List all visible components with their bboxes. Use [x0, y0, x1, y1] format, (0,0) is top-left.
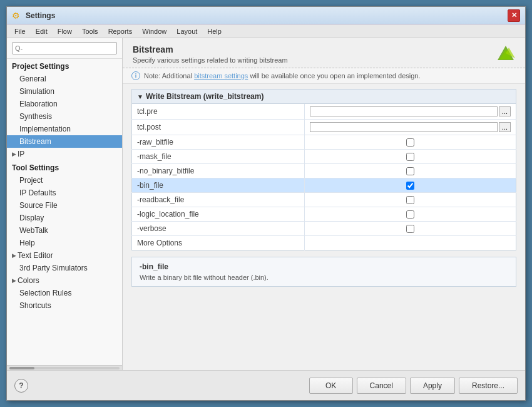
- description-box: -bin_file Write a binary bit file withou…: [131, 257, 516, 287]
- restore-button[interactable]: Restore...: [459, 378, 518, 394]
- help-button[interactable]: ?: [14, 379, 28, 393]
- row-value: [305, 193, 516, 207]
- text-editor-expand-arrow: ▶: [12, 252, 16, 259]
- settings-content: ▼ Write Bitstream (write_bitstream) tcl.…: [123, 84, 525, 370]
- settings-window: ⚙ Settings ✕ File Edit Flow Tools Report…: [6, 6, 526, 401]
- sidebar-item-display[interactable]: Display: [7, 212, 122, 224]
- search-box: [7, 38, 122, 59]
- note-text: Note: Additional bitstream settings will…: [144, 72, 421, 80]
- sidebar-item-3rd-party[interactable]: 3rd Party Simulators: [7, 262, 122, 274]
- table-row: -raw_bitfile: [132, 135, 516, 150]
- tcl-post-browse[interactable]: ...: [499, 122, 511, 132]
- panel-subtitle: Specify various settings related to writ…: [133, 56, 288, 64]
- tcl-pre-input[interactable]: [310, 106, 498, 116]
- sidebar-scroll: Project Settings General Simulation Elab…: [7, 59, 122, 365]
- row-label: tcl.pre: [132, 104, 305, 120]
- row-label: tcl.post: [132, 120, 305, 135]
- row-value: [305, 150, 516, 164]
- title-bar-icon: ⚙: [12, 11, 22, 21]
- sidebar-item-general[interactable]: General: [7, 73, 122, 85]
- readback-file-checkbox[interactable]: [406, 196, 414, 204]
- row-label: -verbose: [132, 222, 305, 236]
- sidebar-item-colors[interactable]: ▶ Colors: [7, 274, 122, 287]
- row-label: More Options: [132, 236, 305, 250]
- bitstream-link[interactable]: bitstream settings: [194, 72, 248, 80]
- sidebar-item-webtalk[interactable]: WebTalk: [7, 224, 122, 237]
- menu-tools[interactable]: Tools: [77, 26, 103, 36]
- menu-flow[interactable]: Flow: [53, 26, 77, 36]
- tcl-pre-browse[interactable]: ...: [499, 106, 511, 116]
- note-bar: i Note: Additional bitstream settings wi…: [123, 68, 525, 84]
- close-button[interactable]: ✕: [508, 9, 520, 22]
- row-value: [305, 207, 516, 222]
- right-panel: Bitstream Specify various settings relat…: [123, 38, 525, 370]
- ip-expand-arrow: ▶: [12, 151, 16, 157]
- row-label: -readback_file: [132, 193, 305, 207]
- apply-button[interactable]: Apply: [410, 378, 455, 394]
- table-row: tcl.post ...: [132, 120, 516, 135]
- tcl-post-input[interactable]: [310, 122, 498, 132]
- menu-help[interactable]: Help: [202, 26, 227, 36]
- section-label: Write Bitstream (write_bitstream): [146, 92, 264, 101]
- table-row: -readback_file: [132, 193, 516, 207]
- sidebar-item-ip-defaults[interactable]: IP Defaults: [7, 187, 122, 199]
- sidebar-item-text-editor[interactable]: ▶ Text Editor: [7, 249, 122, 262]
- title-bar-title: Settings: [26, 11, 508, 20]
- menu-window[interactable]: Window: [137, 26, 171, 36]
- row-value: [305, 135, 516, 150]
- raw-bitfile-checkbox[interactable]: [406, 138, 414, 147]
- sidebar-item-shortcuts[interactable]: Shortcuts: [7, 299, 122, 312]
- panel-header: Bitstream Specify various settings relat…: [123, 38, 525, 68]
- menu-edit[interactable]: Edit: [31, 26, 53, 36]
- sidebar-item-elaboration[interactable]: Elaboration: [7, 98, 122, 110]
- sidebar-item-ip[interactable]: ▶ IP: [7, 148, 122, 160]
- description-title: -bin_file: [140, 262, 508, 271]
- sidebar-scrollbar[interactable]: [7, 365, 122, 370]
- sidebar-item-project[interactable]: Project: [7, 174, 122, 187]
- table-row: More Options: [132, 236, 516, 250]
- table-row: -no_binary_bitfile: [132, 164, 516, 178]
- row-label: -bin_file: [132, 178, 305, 193]
- sidebar-item-selection-rules[interactable]: Selection Rules: [7, 287, 122, 299]
- menu-bar: File Edit Flow Tools Reports Window Layo…: [7, 24, 525, 38]
- row-label: -raw_bitfile: [132, 135, 305, 150]
- table-row: -mask_file: [132, 150, 516, 164]
- row-value: ...: [305, 120, 516, 135]
- menu-reports[interactable]: Reports: [103, 26, 138, 36]
- ok-button[interactable]: OK: [309, 378, 353, 394]
- table-row-highlighted: -bin_file: [132, 178, 516, 193]
- row-value: [305, 222, 516, 236]
- section-header[interactable]: ▼ Write Bitstream (write_bitstream): [131, 89, 516, 104]
- row-value: ...: [305, 104, 516, 120]
- menu-file[interactable]: File: [9, 26, 31, 36]
- tool-settings-header: Tool Settings: [7, 160, 122, 174]
- scrollbar-track: [9, 367, 120, 369]
- verbose-checkbox[interactable]: [406, 225, 414, 233]
- sidebar-item-simulation[interactable]: Simulation: [7, 85, 122, 98]
- sidebar-item-bitstream[interactable]: Bitstream: [7, 135, 122, 148]
- bin-file-checkbox[interactable]: [406, 182, 414, 190]
- sidebar-item-synthesis[interactable]: Synthesis: [7, 110, 122, 123]
- no-binary-bitfile-checkbox[interactable]: [406, 167, 414, 175]
- logic-location-file-checkbox[interactable]: [406, 210, 414, 219]
- collapse-icon: ▼: [137, 93, 143, 100]
- title-bar: ⚙ Settings ✕: [7, 7, 525, 24]
- mask-file-checkbox[interactable]: [406, 153, 414, 161]
- sidebar-item-implementation[interactable]: Implementation: [7, 123, 122, 135]
- row-value: [305, 164, 516, 178]
- row-label: -logic_location_file: [132, 207, 305, 222]
- project-settings-header: Project Settings: [7, 59, 122, 73]
- row-value: [305, 236, 516, 250]
- table-row: -verbose: [132, 222, 516, 236]
- cancel-button[interactable]: Cancel: [357, 378, 406, 394]
- bottom-bar: ? OK Cancel Apply Restore...: [7, 370, 525, 400]
- sidebar-item-source-file[interactable]: Source File: [7, 199, 122, 212]
- panel-header-text: Bitstream Specify various settings relat…: [133, 44, 288, 64]
- colors-expand-arrow: ▶: [12, 277, 16, 284]
- search-input[interactable]: [12, 42, 117, 54]
- sidebar-item-help[interactable]: Help: [7, 237, 122, 249]
- scrollbar-thumb: [9, 367, 34, 369]
- settings-table: tcl.pre ... tcl.post: [131, 104, 516, 250]
- menu-layout[interactable]: Layout: [171, 26, 202, 36]
- panel-title: Bitstream: [133, 44, 288, 54]
